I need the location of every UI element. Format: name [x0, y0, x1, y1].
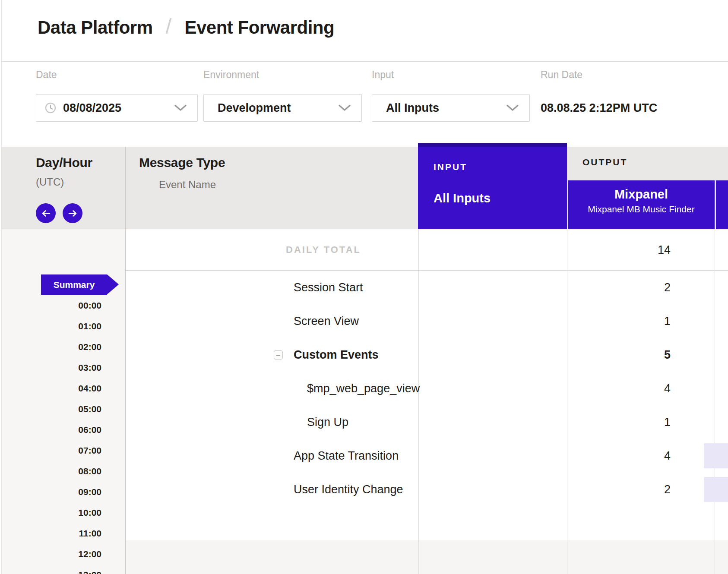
input-value: 5	[544, 338, 671, 372]
environment-filter-label: Environment	[203, 69, 362, 84]
breadcrumb-section[interactable]: Data Platform	[38, 17, 153, 38]
breadcrumb-separator-icon: /	[166, 14, 172, 39]
output-value: 5	[693, 338, 728, 372]
day-hour-header: Day/Hour	[36, 155, 92, 170]
arrow-right-icon	[68, 210, 78, 217]
arrow-left-icon	[41, 210, 51, 217]
daily-total-input-value: 14	[544, 229, 671, 271]
event-name: Custom Events	[294, 338, 379, 372]
daily-total-label: DAILY TOTAL	[286, 229, 361, 271]
event-row: Screen View 1 1	[126, 304, 728, 338]
environment-select[interactable]: Development	[203, 94, 362, 122]
event-row: Sign Up 1 1	[126, 405, 728, 439]
input-column-header[interactable]: INPUT All Inputs	[418, 143, 567, 229]
daily-total-row: DAILY TOTAL 14 9	[126, 229, 728, 271]
run-date: Run Date 08.08.25 2:12PM UTC	[541, 69, 657, 122]
summary-flag-pointer	[107, 274, 119, 294]
hour-item[interactable]: 12:00	[2, 544, 101, 565]
chevron-down-icon	[338, 104, 351, 111]
event-name-subheader: Event Name	[159, 179, 216, 191]
run-date-value: 08.08.25 2:12PM UTC	[541, 94, 657, 122]
date-filter-label: Date	[36, 69, 198, 84]
input-value: 4	[544, 372, 671, 405]
output-value: 1	[693, 405, 728, 439]
output-value: 4	[693, 372, 728, 405]
input-value: 1	[544, 304, 671, 338]
hour-item[interactable]: 05:00	[2, 399, 101, 419]
next-day-button[interactable]	[63, 203, 82, 223]
input-column-kicker: INPUT	[434, 162, 467, 172]
input-filter-label: Input	[372, 69, 530, 84]
output-value-highlighted: 1	[704, 443, 728, 468]
output-value: 2	[693, 271, 728, 304]
output-column-subtitle: Mixpanel MB Music Finder	[568, 204, 715, 214]
hour-item[interactable]: 02:00	[2, 337, 101, 357]
output-value-highlighted: 0	[704, 477, 728, 502]
date-filter: Date 08/08/2025	[36, 69, 198, 122]
clock-icon	[45, 102, 56, 114]
hour-item[interactable]: 04:00	[2, 378, 101, 399]
output-column-name: Mixpanel	[568, 187, 715, 202]
input-column-name: All Inputs	[434, 191, 491, 205]
hour-item[interactable]: 08:00	[2, 461, 101, 482]
previous-day-button[interactable]	[36, 203, 56, 223]
input-value: 2	[544, 271, 671, 304]
day-hour-timezone: (UTC)	[36, 176, 64, 188]
date-select-value: 08/08/2025	[63, 101, 121, 115]
input-value: 2	[544, 473, 671, 506]
hour-item[interactable]: 13:00	[2, 565, 101, 574]
chevron-down-icon	[174, 104, 187, 111]
table-footer-area	[126, 540, 728, 574]
event-forwarding-page: Data Platform / Event Forwarding Date 08…	[0, 0, 728, 574]
event-row: $mp_web_page_view 4 4	[126, 372, 728, 405]
page-title: Event Forwarding	[184, 17, 334, 38]
hours-list: 00:0001:0002:0003:0004:0005:0006:0007:00…	[2, 295, 101, 574]
event-row: Session Start 2 2	[126, 271, 728, 304]
output-column-header[interactable]: Mixpanel Mixpanel MB Music Finder	[568, 180, 715, 229]
hour-item[interactable]: 01:00	[2, 316, 101, 337]
environment-select-value: Development	[218, 101, 291, 115]
daily-total-output-value: 9	[693, 229, 728, 271]
environment-filter: Environment Development	[203, 69, 362, 122]
summary-flag[interactable]: Summary	[41, 274, 119, 295]
input-value: 1	[544, 405, 671, 439]
message-type-header: Message Type	[139, 155, 225, 170]
input-select-value: All Inputs	[386, 101, 439, 115]
hour-item[interactable]: 11:00	[2, 523, 101, 544]
hour-item[interactable]: 07:00	[2, 440, 101, 461]
event-name: Session Start	[294, 271, 363, 304]
chevron-down-icon	[506, 104, 519, 111]
summary-flag-label: Summary	[41, 274, 107, 295]
date-select[interactable]: 08/08/2025	[36, 94, 198, 122]
hour-item[interactable]: 06:00	[2, 419, 101, 440]
event-name: App State Transition	[294, 439, 399, 473]
next-output-column-partial	[716, 180, 728, 229]
input-select[interactable]: All Inputs	[372, 94, 530, 122]
hour-item[interactable]: 10:00	[2, 502, 101, 523]
hour-item[interactable]: 03:00	[2, 357, 101, 378]
event-name: Sign Up	[307, 405, 348, 439]
input-filter: Input All Inputs	[372, 69, 530, 122]
output-column-kicker: OUTPUT	[582, 157, 627, 167]
output-value: 1	[693, 304, 728, 338]
event-name: User Identity Change	[294, 473, 403, 506]
header-divider	[2, 61, 728, 62]
hour-item[interactable]: 09:00	[2, 482, 101, 502]
event-name: $mp_web_page_view	[307, 372, 420, 405]
run-date-label: Run Date	[541, 69, 657, 84]
breadcrumb: Data Platform / Event Forwarding	[38, 12, 334, 43]
event-name: Screen View	[294, 304, 359, 338]
event-row: App State Transition 4 1	[126, 439, 728, 473]
day-nav	[36, 203, 82, 223]
hour-item[interactable]: 00:00	[2, 295, 101, 316]
input-value: 4	[544, 439, 671, 473]
collapse-toggle-icon[interactable]	[274, 350, 283, 360]
event-row: User Identity Change 2 0	[126, 473, 728, 506]
event-row: Custom Events 5 5	[126, 338, 728, 372]
